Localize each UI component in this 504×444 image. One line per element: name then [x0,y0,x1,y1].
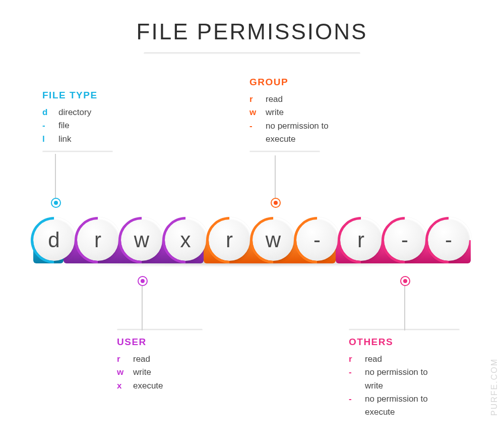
user-item: r read [117,353,218,366]
user-heading: USER [117,337,218,348]
watermark: PURFE.COM [490,358,499,416]
perm-char: - [313,228,321,252]
callout-filetype: FILE TYPE d directory - file l link [42,90,133,152]
leader-line [404,285,405,330]
permission-row: d r w x r w - r - - [33,217,471,263]
user-label: execute [133,379,163,393]
filetype-sym: - [42,119,51,132]
group-sym: w [249,106,259,119]
perm-char: - [401,228,408,252]
filetype-heading: FILE TYPE [42,90,133,101]
perm-circle: r [77,219,118,261]
user-item: x execute [117,379,218,393]
group-heading: GROUP [249,77,365,88]
filetype-item: d directory [42,106,133,119]
callout-user: USER r read w write x execute [117,329,218,393]
user-label: write [133,366,151,379]
others-heading: OTHERS [349,337,475,348]
user-item: w write [117,366,218,379]
perm-circle: - [384,219,425,261]
filetype-sym: l [42,133,51,146]
others-item: - no permission to execute [349,393,475,419]
user-sym: r [117,353,126,366]
callout-rule [249,151,320,152]
title-underline [144,52,360,54]
filetype-item: l link [42,133,133,146]
page-title: FILE PERMISSIONS [0,19,504,44]
leader-dot-icon [400,276,410,286]
others-sym: r [349,353,358,366]
filetype-sym: d [42,106,51,119]
others-sym: - [349,366,358,393]
group-sym: - [249,120,259,146]
perm-circle: - [428,219,469,261]
group-item: w write [249,106,365,119]
perm-circle: r [340,219,382,261]
others-label: no permission to write [365,366,440,393]
others-label: read [365,353,382,366]
group-label: no permission to execute [266,120,336,146]
filetype-label: link [58,133,72,146]
others-item: r read [349,353,475,366]
filetype-label: file [58,119,70,132]
perm-char: r [357,228,364,252]
others-item: - no permission to write [349,366,475,393]
user-sym: x [117,379,126,393]
perm-char: w [266,228,281,252]
perm-char: r [94,228,101,252]
perm-circle: w [253,219,294,261]
leader-dot-icon [271,198,281,208]
group-sym: r [249,93,259,106]
filetype-item: - file [42,119,133,132]
perm-circle: - [296,219,338,261]
group-label: read [266,93,283,106]
callout-group: GROUP r read w write - no permission to … [249,77,365,152]
perm-char: d [48,228,59,252]
perm-char: x [180,228,191,252]
leader-line [55,154,56,199]
leader-dot-icon [138,276,148,286]
group-item: - no permission to execute [249,120,365,146]
perm-circle: x [165,219,206,261]
group-item: r read [249,93,365,106]
perm-char: w [134,228,149,252]
group-label: write [266,106,284,119]
leader-line [275,155,276,199]
leader-dot-icon [51,198,61,208]
callout-rule [42,151,113,152]
callout-others: OTHERS r read - no permission to write -… [349,329,475,419]
perm-circle: r [209,219,250,261]
filetype-label: directory [58,106,91,119]
callout-rule [117,329,203,330]
perm-circle: d [33,219,75,261]
perm-char: r [226,228,233,252]
perm-char: - [445,228,452,252]
others-sym: - [349,393,358,419]
others-label: no permission to execute [365,393,440,419]
leader-line [142,285,143,330]
perm-circle: w [121,219,162,261]
user-sym: w [117,366,126,379]
user-label: read [133,353,150,366]
